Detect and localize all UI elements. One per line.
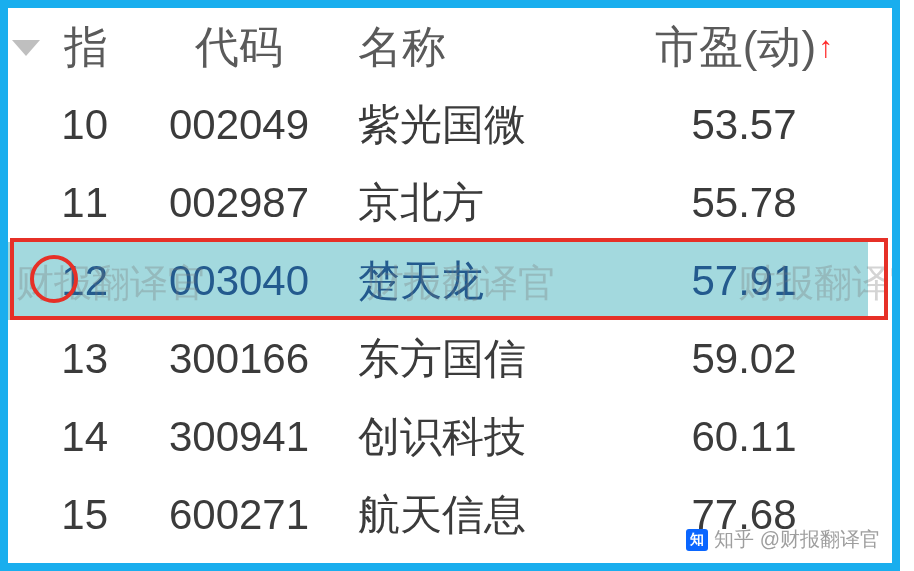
header-pe-label: 市盈(动) bbox=[655, 18, 816, 77]
table-cell-name[interactable]: 京北方 bbox=[348, 164, 628, 242]
table-cell-name[interactable]: 航天信息 bbox=[348, 476, 628, 554]
table-cell-code[interactable]: 300941 bbox=[138, 398, 348, 476]
header-code-label: 代码 bbox=[195, 18, 283, 77]
table-cell-pe[interactable]: 57.91 bbox=[628, 242, 868, 320]
rows-container: 10002049紫光国微53.5711002987京北方55.781200304… bbox=[8, 86, 892, 554]
table-cell-pe[interactable]: 53.57 bbox=[628, 86, 868, 164]
table-cell-name[interactable]: 创识科技 bbox=[348, 398, 628, 476]
table-cell-code[interactable]: 003040 bbox=[138, 242, 348, 320]
header-index[interactable]: 指 bbox=[8, 8, 138, 86]
table-cell-code[interactable]: 002049 bbox=[138, 86, 348, 164]
stock-table: 指 代码 名称 市盈(动) ↑ bbox=[8, 8, 892, 86]
table-cell-index[interactable]: 15 bbox=[8, 476, 138, 554]
table-cell-index[interactable]: 11 bbox=[8, 164, 138, 242]
header-pe[interactable]: 市盈(动) ↑ bbox=[628, 8, 868, 86]
table-cell-name[interactable]: 紫光国微 bbox=[348, 86, 628, 164]
table-cell-pe[interactable]: 59.02 bbox=[628, 320, 868, 398]
table-cell-name[interactable]: 楚天龙 bbox=[348, 242, 628, 320]
table-cell-pe[interactable]: 55.78 bbox=[628, 164, 868, 242]
table-cell-name[interactable]: 东方国信 bbox=[348, 320, 628, 398]
header-code[interactable]: 代码 bbox=[138, 8, 348, 86]
sort-triangle-icon bbox=[12, 40, 40, 56]
arrow-up-icon: ↑ bbox=[818, 30, 833, 64]
table-cell-index[interactable]: 12 bbox=[8, 242, 138, 320]
header-name-label: 名称 bbox=[358, 18, 446, 77]
table-cell-index[interactable]: 14 bbox=[8, 398, 138, 476]
source-credit: 知 知乎 @财报翻译官 bbox=[686, 526, 880, 553]
table-cell-index[interactable]: 10 bbox=[8, 86, 138, 164]
credit-text: 知乎 @财报翻译官 bbox=[714, 526, 880, 553]
header-index-label: 指 bbox=[64, 18, 108, 77]
table-cell-code[interactable]: 600271 bbox=[138, 476, 348, 554]
table-cell-pe[interactable]: 60.11 bbox=[628, 398, 868, 476]
zhihu-logo-icon: 知 bbox=[686, 529, 708, 551]
table-frame: 指 代码 名称 市盈(动) ↑ 10002049紫光国微53.571100298… bbox=[0, 0, 900, 571]
table-cell-code[interactable]: 002987 bbox=[138, 164, 348, 242]
table-cell-index[interactable]: 13 bbox=[8, 320, 138, 398]
table-cell-code[interactable]: 300166 bbox=[138, 320, 348, 398]
header-name[interactable]: 名称 bbox=[348, 8, 628, 86]
